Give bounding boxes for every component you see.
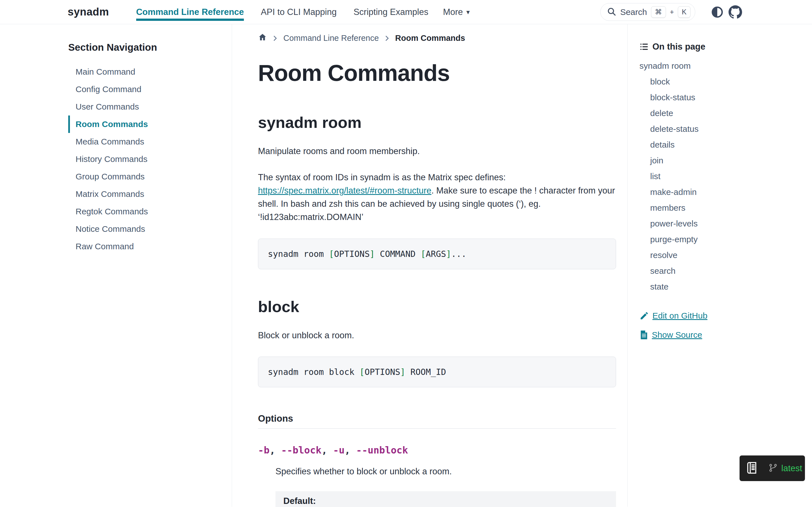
theme-toggle-button[interactable]	[708, 3, 726, 21]
sidebar-item[interactable]: Matrix Commands	[68, 185, 223, 203]
page-title: Room Commands	[258, 60, 616, 86]
more-dropdown[interactable]: More ▾	[436, 7, 477, 17]
intro-paragraph: Manipulate rooms and room membership.	[258, 145, 616, 158]
sidebar-nav: Main CommandConfig CommandUser CommandsR…	[68, 63, 223, 255]
toc-item[interactable]: block-status	[640, 90, 744, 105]
sidebar-item[interactable]: Main Command	[68, 63, 223, 80]
edit-on-github-label: Edit on GitHub	[652, 311, 707, 321]
toc-item[interactable]: resolve	[640, 247, 744, 263]
breadcrumb-parent[interactable]: Command Line Reference	[283, 34, 379, 43]
brand-logo[interactable]: synadm	[68, 6, 109, 18]
sidebar-item[interactable]: Group Commands	[68, 168, 223, 185]
default-field-band: Default:	[275, 491, 616, 507]
sidebar-item[interactable]: User Commands	[68, 98, 223, 115]
default-label: Default:	[283, 496, 316, 506]
edit-on-github-link[interactable]: Edit on GitHub	[640, 311, 744, 321]
chevron-down-icon: ▾	[466, 8, 470, 16]
breadcrumb-current: Room Commands	[395, 34, 465, 43]
heading-synadm-room: synadm room	[258, 113, 616, 131]
search-icon	[607, 7, 616, 17]
heading-block: block	[258, 297, 616, 316]
block-intro-paragraph: Block or unblock a room.	[258, 329, 616, 342]
toc-item[interactable]: delete-status	[640, 121, 744, 137]
show-source-link[interactable]: Show Source	[640, 330, 744, 340]
toc-title-label: On this page	[652, 42, 705, 52]
toc-item[interactable]: purge-empty	[640, 231, 744, 247]
matrix-spec-link[interactable]: https://spec.matrix.org/latest/#room-str…	[258, 186, 432, 195]
syntax-text-before: The syntax of room IDs in synadm is as t…	[258, 172, 506, 182]
code-block-synadm-room: synadm room [OPTIONS] COMMAND [ARGS]...	[258, 238, 616, 269]
main-content: Command Line Reference Room Commands Roo…	[232, 24, 627, 507]
breadcrumb: Command Line Reference Room Commands	[258, 33, 616, 44]
page: synadm Command Line ReferenceAPI to CLI …	[0, 0, 812, 507]
nav-link[interactable]: Scripting Examples	[346, 0, 436, 24]
search-placeholder: Search	[620, 7, 647, 17]
github-link[interactable]	[726, 3, 744, 21]
code-block-room-block: synadm room block [OPTIONS] ROOM_ID	[258, 356, 616, 387]
sidebar-item[interactable]: Media Commands	[68, 133, 223, 151]
git-branch-icon	[768, 462, 778, 474]
toc-item[interactable]: state	[640, 279, 744, 295]
toc-item[interactable]: members	[640, 200, 744, 216]
nav-link[interactable]: API to CLI Mapping	[253, 0, 344, 24]
toc-item[interactable]: make-admin	[640, 184, 744, 200]
sidebar-title: Section Navigation	[68, 42, 223, 53]
more-label: More	[443, 7, 463, 17]
sidebar-item[interactable]: History Commands	[68, 151, 223, 168]
home-icon	[258, 33, 267, 42]
toc-item[interactable]: search	[640, 263, 744, 279]
toc-item[interactable]: block	[640, 74, 744, 90]
toc-item[interactable]: synadm room	[640, 58, 744, 74]
toc-item[interactable]: list	[640, 168, 744, 184]
toc-item[interactable]: details	[640, 137, 744, 153]
syntax-paragraph: The syntax of room IDs in synadm is as t…	[258, 171, 616, 224]
page-source-links: Edit on GitHub Show Source	[640, 311, 744, 340]
kbd-plus-sign: +	[670, 8, 674, 16]
sidebar-item[interactable]: Regtok Commands	[68, 203, 223, 220]
kbd-k-key: K	[678, 6, 691, 18]
pencil-icon	[640, 311, 649, 321]
toc-title: On this page	[640, 42, 744, 52]
toc-list: synadm roomblockblock-statusdeletedelete…	[640, 58, 744, 295]
half-moon-icon	[711, 6, 724, 18]
top-navbar: synadm Command Line ReferenceAPI to CLI …	[0, 0, 812, 24]
page-toc-sidebar: On this page synadm roomblockblock-statu…	[627, 24, 744, 507]
sidebar-item[interactable]: Notice Commands	[68, 220, 223, 238]
toc-item[interactable]: power-levels	[640, 216, 744, 231]
search-input[interactable]: Search ⌘ + K	[600, 3, 695, 21]
show-source-label: Show Source	[652, 330, 702, 340]
primary-nav: Command Line ReferenceAPI to CLI Mapping…	[129, 0, 436, 24]
option-signature: -b, --block, -u, --unblock	[258, 445, 616, 456]
sidebar-item[interactable]: Room Commands	[68, 115, 223, 133]
toc-item[interactable]: join	[640, 153, 744, 168]
toc-item[interactable]: delete	[640, 105, 744, 121]
breadcrumb-home[interactable]	[258, 33, 267, 44]
chevron-right-icon	[272, 35, 278, 41]
version-label: latest	[781, 463, 802, 473]
kbd-command-key: ⌘	[651, 6, 666, 18]
option-description: Specifies whether to block or unblock a …	[275, 466, 616, 476]
file-icon	[640, 330, 649, 340]
section-navigation-sidebar: Section Navigation Main CommandConfig Co…	[68, 24, 232, 507]
readthedocs-version-flyout[interactable]: latest	[740, 455, 805, 481]
sidebar-item[interactable]: Config Command	[68, 80, 223, 98]
book-icon	[746, 460, 759, 476]
chevron-right-icon	[384, 35, 390, 41]
options-rubric: Options	[258, 413, 616, 429]
list-icon	[640, 42, 649, 51]
sidebar-item[interactable]: Raw Command	[68, 238, 223, 255]
github-icon	[728, 5, 742, 19]
nav-link[interactable]: Command Line Reference	[129, 0, 251, 24]
